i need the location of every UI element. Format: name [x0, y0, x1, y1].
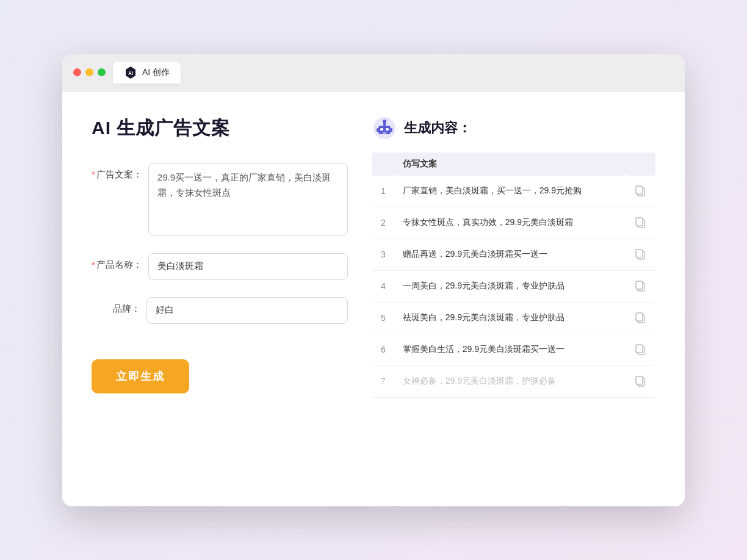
page-title: AI 生成广告文案 — [92, 116, 348, 141]
brand-label: 品牌： — [92, 297, 140, 315]
table-row: 7 女神必备，29.9元美白淡斑霜，护肤必备 — [372, 365, 655, 397]
svg-text:AI: AI — [128, 70, 133, 76]
row-text: 赠品再送，29.9元美白淡斑霜买一送一 — [394, 239, 625, 270]
row-text: 女神必备，29.9元美白淡斑霜，护肤必备 — [394, 365, 625, 397]
row-num: 2 — [372, 207, 394, 239]
copy-icon[interactable] — [633, 247, 647, 260]
browser-content: AI 生成广告文案 *广告文案： 29.9买一送一，真正的厂家直销，美白淡斑霜，… — [62, 92, 685, 506]
table-header-num — [372, 153, 394, 176]
copy-cell[interactable] — [625, 270, 655, 302]
table-row: 5 祛斑美白，29.9元美白淡斑霜，专业护肤品 — [372, 302, 655, 334]
row-text: 掌握美白生活，29.9元美白淡斑霜买一送一 — [394, 334, 625, 365]
brand-input[interactable] — [146, 297, 348, 324]
traffic-lights — [73, 68, 106, 76]
left-panel: AI 生成广告文案 *广告文案： 29.9买一送一，真正的厂家直销，美白淡斑霜，… — [92, 116, 348, 476]
svg-rect-18 — [636, 281, 643, 289]
brand-group: 品牌： — [92, 297, 348, 324]
product-name-group: *产品名称： — [92, 253, 348, 280]
svg-rect-12 — [636, 186, 643, 194]
copy-icon[interactable] — [633, 215, 647, 229]
ad-copy-textarea[interactable]: 29.9买一送一，真正的厂家直销，美白淡斑霜，专抹女性斑点 — [148, 163, 348, 236]
tab-label: AI 创作 — [142, 67, 170, 78]
copy-cell[interactable] — [625, 207, 655, 239]
svg-rect-6 — [383, 132, 386, 134]
table-row: 2 专抹女性斑点，真实功效，29.9元美白淡斑霜 — [372, 207, 655, 239]
svg-rect-16 — [636, 249, 643, 257]
ad-required-star: * — [92, 169, 95, 179]
svg-rect-4 — [380, 128, 383, 131]
ai-tab-icon: AI — [124, 66, 137, 79]
close-button[interactable] — [73, 68, 81, 76]
copy-cell[interactable] — [625, 239, 655, 270]
copy-icon[interactable] — [633, 279, 647, 292]
result-table: 仿写文案 1 厂家直销，美白淡斑霜，买一送一，29.9元抢购 2 专抹女性斑点，… — [372, 153, 655, 398]
svg-rect-20 — [636, 313, 643, 321]
product-name-input[interactable] — [148, 253, 348, 280]
result-title: 生成内容： — [404, 119, 471, 137]
row-num: 4 — [372, 270, 394, 302]
table-row: 4 一周美白，29.9元美白淡斑霜，专业护肤品 — [372, 270, 655, 302]
svg-rect-22 — [636, 345, 643, 353]
row-text: 一周美白，29.9元美白淡斑霜，专业护肤品 — [394, 270, 625, 302]
robot-icon — [372, 116, 397, 140]
table-row: 1 厂家直销，美白淡斑霜，买一送一，29.9元抢购 — [372, 176, 655, 207]
copy-icon[interactable] — [633, 374, 647, 387]
browser-tab[interactable]: AI AI 创作 — [113, 62, 181, 84]
product-required-star: * — [92, 259, 95, 270]
right-panel: 生成内容： 仿写文案 1 厂家直销，美白淡斑霜，买一送一，29.9元抢购 — [372, 116, 655, 476]
browser-window: AI AI 创作 AI 生成广告文案 *广告文案： 29.9买一送一，真正的厂家… — [62, 54, 685, 506]
svg-rect-24 — [636, 376, 643, 384]
row-num: 3 — [372, 239, 394, 270]
table-header-copy: 仿写文案 — [394, 153, 625, 176]
ad-copy-label: *广告文案： — [92, 163, 142, 181]
copy-icon[interactable] — [633, 184, 647, 197]
copy-cell[interactable] — [625, 302, 655, 334]
svg-point-8 — [383, 120, 386, 123]
copy-icon[interactable] — [633, 342, 647, 356]
generate-button[interactable]: 立即生成 — [92, 359, 189, 393]
svg-rect-9 — [377, 128, 378, 132]
row-text: 厂家直销，美白淡斑霜，买一送一，29.9元抢购 — [394, 176, 625, 207]
table-row: 6 掌握美白生活，29.9元美白淡斑霜买一送一 — [372, 334, 655, 365]
maximize-button[interactable] — [98, 68, 106, 76]
browser-titlebar: AI AI 创作 — [62, 54, 685, 92]
svg-rect-5 — [386, 128, 389, 131]
row-text: 祛斑美白，29.9元美白淡斑霜，专业护肤品 — [394, 302, 625, 334]
svg-rect-10 — [391, 128, 392, 132]
copy-cell[interactable] — [625, 176, 655, 207]
ad-copy-group: *广告文案： 29.9买一送一，真正的厂家直销，美白淡斑霜，专抹女性斑点 — [92, 163, 348, 236]
result-header: 生成内容： — [372, 116, 655, 140]
row-num: 7 — [372, 365, 394, 397]
copy-cell[interactable] — [625, 365, 655, 397]
row-num: 6 — [372, 334, 394, 365]
row-num: 5 — [372, 302, 394, 334]
copy-cell[interactable] — [625, 334, 655, 365]
product-name-label: *产品名称： — [92, 253, 142, 271]
copy-icon[interactable] — [633, 311, 647, 324]
table-row: 3 赠品再送，29.9元美白淡斑霜买一送一 — [372, 239, 655, 270]
row-text: 专抹女性斑点，真实功效，29.9元美白淡斑霜 — [394, 207, 625, 239]
row-num: 1 — [372, 176, 394, 207]
minimize-button[interactable] — [85, 68, 93, 76]
svg-rect-14 — [636, 218, 643, 226]
table-header-action — [625, 153, 655, 176]
